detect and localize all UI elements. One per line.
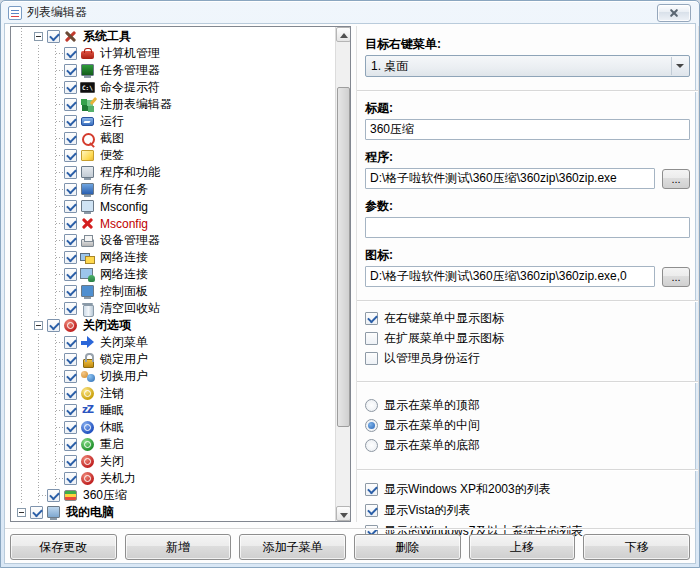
tree-item[interactable]: 截图: [13, 130, 334, 147]
checkbox-option[interactable]: 显示Windows XP和2003的列表: [365, 479, 690, 500]
tree-item[interactable]: 运行: [13, 113, 334, 130]
tree-item-checkbox[interactable]: [64, 268, 77, 281]
tree-item[interactable]: 切换用户: [13, 368, 334, 385]
tree-item-checkbox[interactable]: [64, 370, 77, 383]
tree-item[interactable]: 休眠: [13, 419, 334, 436]
checkbox[interactable]: [365, 332, 378, 345]
checkbox[interactable]: [365, 312, 378, 325]
radio-button[interactable]: [365, 439, 378, 452]
tree-item[interactable]: 设备管理器: [13, 232, 334, 249]
radio-option[interactable]: 显示在菜单的底部: [365, 435, 690, 455]
tree-item[interactable]: 程序和功能: [13, 164, 334, 181]
titlebar[interactable]: 列表编辑器: [1, 1, 699, 22]
tree-item-checkbox[interactable]: [64, 251, 77, 264]
delete-button[interactable]: 删除: [354, 534, 461, 560]
tree-item-checkbox[interactable]: [64, 98, 77, 111]
tree-item-checkbox[interactable]: [47, 489, 60, 502]
close-button[interactable]: [657, 4, 691, 22]
checkbox-option[interactable]: 显示Vista的列表: [365, 500, 690, 521]
scroll-down-button[interactable]: [336, 506, 351, 521]
tree-item-checkbox[interactable]: [64, 302, 77, 315]
add-new-button[interactable]: 新增: [125, 534, 232, 560]
tree-item-checkbox[interactable]: [64, 285, 77, 298]
tree-item-checkbox[interactable]: [64, 183, 77, 196]
tree-item[interactable]: 360压缩: [13, 487, 334, 504]
checkbox[interactable]: [365, 483, 378, 496]
tree-item[interactable]: Msconfig: [13, 215, 334, 232]
checkbox-option[interactable]: 在右键菜单中显示图标: [365, 308, 690, 328]
radio-button[interactable]: [365, 419, 378, 432]
add-submenu-button[interactable]: 添加子菜单: [239, 534, 346, 560]
radio-button[interactable]: [365, 399, 378, 412]
collapse-toggle-icon[interactable]: [17, 508, 26, 517]
tree-item-checkbox[interactable]: [47, 30, 60, 43]
tree-item-checkbox[interactable]: [64, 115, 77, 128]
checkbox[interactable]: [365, 504, 378, 517]
program-browse-button[interactable]: ...: [662, 169, 690, 189]
tree-item[interactable]: 任务管理器: [13, 62, 334, 79]
tree-item[interactable]: 关闭选项: [13, 317, 334, 334]
tree-item[interactable]: 关机力: [13, 470, 334, 487]
checkbox-option[interactable]: 以管理员身份运行: [365, 348, 690, 368]
tree-item[interactable]: 命令提示符: [13, 79, 334, 96]
tree-item-checkbox[interactable]: [64, 234, 77, 247]
radio-option[interactable]: 显示在菜单的中间: [365, 415, 690, 435]
save-changes-button[interactable]: 保存更改: [10, 534, 117, 560]
tree-item-checkbox[interactable]: [64, 217, 77, 230]
tree-item[interactable]: 注册表编辑器: [13, 96, 334, 113]
move-up-button[interactable]: 上移: [469, 534, 576, 560]
tree-item[interactable]: 计算机管理: [13, 45, 334, 62]
tree-item-checkbox[interactable]: [30, 506, 43, 519]
icon-browse-button[interactable]: ...: [662, 267, 690, 287]
tree-scrollbar[interactable]: [335, 27, 350, 521]
checkbox[interactable]: [365, 352, 378, 365]
tree-item[interactable]: 我的电脑: [13, 504, 334, 521]
combo-dropdown-button[interactable]: [671, 57, 688, 75]
tree-item-checkbox[interactable]: [64, 404, 77, 417]
tree-guide: [47, 334, 64, 351]
tree-item-checkbox[interactable]: [64, 47, 77, 60]
tree-item[interactable]: 锁定用户: [13, 351, 334, 368]
tree-item[interactable]: 便签: [13, 147, 334, 164]
params-input[interactable]: [365, 217, 690, 238]
scroll-thumb[interactable]: [337, 87, 350, 427]
tree-item-checkbox[interactable]: [64, 455, 77, 468]
program-input[interactable]: [365, 168, 655, 189]
tree-item-checkbox[interactable]: [64, 336, 77, 349]
tree-item[interactable]: 所有任务: [13, 181, 334, 198]
tree-item[interactable]: 注销: [13, 385, 334, 402]
checkbox-option[interactable]: 在扩展菜单中显示图标: [365, 328, 690, 348]
tree-item-checkbox[interactable]: [47, 319, 60, 332]
tree-item-checkbox[interactable]: [64, 64, 77, 77]
tree-item-checkbox[interactable]: [64, 421, 77, 434]
tree-item[interactable]: Msconfig: [13, 198, 334, 215]
tree-item[interactable]: 重启: [13, 436, 334, 453]
tree-item[interactable]: 关闭: [13, 453, 334, 470]
move-down-button[interactable]: 下移: [583, 534, 690, 560]
tree-item-checkbox[interactable]: [64, 166, 77, 179]
tree-item-checkbox[interactable]: [64, 438, 77, 451]
tree-item-checkbox[interactable]: [64, 387, 77, 400]
tree-item[interactable]: 控制面板: [13, 283, 334, 300]
tree-item-checkbox[interactable]: [64, 200, 77, 213]
tree-item-checkbox[interactable]: [64, 353, 77, 366]
tree-item-checkbox[interactable]: [64, 472, 77, 485]
tree-item-checkbox[interactable]: [64, 149, 77, 162]
scroll-up-button[interactable]: [336, 27, 351, 42]
title-input[interactable]: [365, 119, 690, 140]
collapse-toggle-icon[interactable]: [34, 32, 43, 41]
tree-guide: [13, 181, 30, 198]
tree-item[interactable]: 清空回收站: [13, 300, 334, 317]
tree-guide: [47, 351, 64, 368]
tree-item[interactable]: 网络连接: [13, 266, 334, 283]
tree-item[interactable]: 关闭菜单: [13, 334, 334, 351]
radio-option[interactable]: 显示在菜单的顶部: [365, 395, 690, 415]
target-menu-select[interactable]: 1. 桌面: [365, 55, 690, 77]
tree-item[interactable]: 系统工具: [13, 28, 334, 45]
tree-item[interactable]: 睡眠: [13, 402, 334, 419]
collapse-toggle-icon[interactable]: [34, 321, 43, 330]
icon-path-input[interactable]: [365, 266, 655, 287]
tree-item-checkbox[interactable]: [64, 81, 77, 94]
tree-item-checkbox[interactable]: [64, 132, 77, 145]
tree-item[interactable]: 网络连接: [13, 249, 334, 266]
